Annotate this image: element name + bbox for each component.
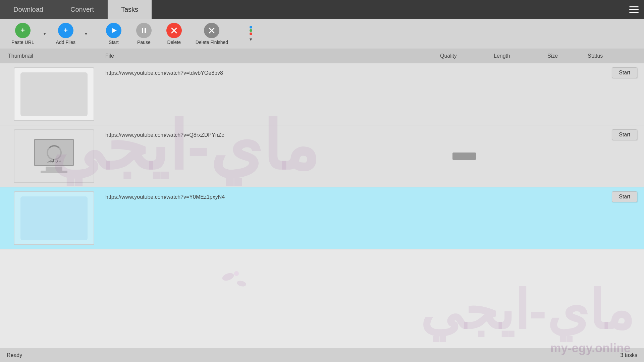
ready-status: Ready [7,352,22,358]
start-label: Start [109,40,119,45]
task-1-thumbnail [5,64,103,124]
separator-2 [239,24,239,44]
delete-label: Delete [167,40,181,45]
task-3-url: https://www.youtube.com/watch?v=Y0MEz1px… [103,187,437,203]
monitor-spinner [47,145,62,160]
monitor-brand: ماي-ايجي [47,159,61,163]
task-3-size [545,216,585,221]
pause-label: Pause [137,40,151,45]
monitor-screen: ماي-ايجي [34,139,74,166]
task-2-status[interactable]: Start [585,125,639,144]
start-button[interactable]: Start [100,21,127,47]
watermark-arabic-bottom: ماي-ايجي [420,279,634,342]
monitor-base [41,171,67,173]
dot-blue [250,26,252,28]
delete-finished-label: Delete Finished [196,40,228,45]
thumbnail-placeholder-3 [20,196,88,240]
task-3-thumbnail [5,188,103,248]
tab-convert-label: Convert [70,6,94,13]
thumbnail-box-1 [14,67,94,121]
task-1-size [545,92,585,97]
svg-rect-7 [142,28,143,33]
thumbnail-placeholder-1 [20,72,88,116]
task-3-length [491,216,545,221]
task-2-url: https://www.youtube.com/watch?v=Q8rxZDPY… [103,125,437,141]
thumbnail-box-2: ماي-ايجي [14,129,94,183]
tab-download-label: Download [13,6,43,13]
start-icon [106,23,121,38]
svg-point-15 [221,272,235,282]
monitor-icon: ماي-ايجي [34,139,74,173]
col-length: Length [491,52,545,60]
task-3-start-button[interactable]: Start [612,191,637,202]
svg-text:+: + [64,26,68,34]
paste-url-icon: + [15,23,31,38]
table-row[interactable]: https://www.youtube.com/watch?v=Y0MEz1px… [0,187,644,249]
paste-url-button[interactable]: + Paste URL [7,21,39,47]
tab-convert[interactable]: Convert [57,0,108,19]
col-thumbnail: Thumbnail [5,52,103,60]
add-files-button[interactable]: + Add Files [51,21,80,47]
status-bar: Ready 3 tasks [0,348,644,362]
task-2-length [491,154,545,159]
thumbnail-box-3 [14,191,94,245]
tab-tasks-label: Tasks [121,6,138,13]
delete-finished-icon [204,23,219,38]
task-1-length [491,92,545,97]
svg-point-17 [234,271,239,276]
task-3-status[interactable]: Start [585,187,639,206]
delete-icon [166,23,182,38]
task-1-url: https://www.youtube.com/watch?v=tdwbYGe8… [103,63,437,79]
col-status: Status [585,52,639,60]
svg-point-6 [139,26,149,35]
task-2-quality [437,150,491,163]
tab-bar: Download Convert Tasks [0,0,644,19]
task-2-size [545,154,585,159]
pause-icon [136,23,152,38]
task-count: 3 tasks [620,352,637,358]
options-menu-button[interactable]: ▼ [245,24,256,44]
paste-url-label: Paste URL [11,40,34,45]
col-quality: Quality [437,52,491,60]
col-size: Size [545,52,585,60]
add-files-icon: + [58,23,73,38]
dot-red [250,33,252,35]
task-3-quality [437,216,491,221]
hamburger-line-1 [629,6,639,7]
table-header: Thumbnail File Quality Length Size Statu… [0,49,644,63]
col-file: File [103,52,437,60]
quality-bar [452,153,476,160]
add-files-dropdown-arrow[interactable]: ▼ [84,32,88,36]
table-row[interactable]: https://www.youtube.com/watch?v=tdwbYGe8… [0,63,644,125]
watermark-shapes [218,267,258,295]
hamburger-line-3 [629,12,639,13]
menu-button[interactable] [624,0,644,19]
table-row[interactable]: ماي-ايجي https://www.youtube.com/watch?v… [0,125,644,187]
paste-url-dropdown-arrow[interactable]: ▼ [43,32,47,36]
separator-1 [94,24,94,44]
task-1-status[interactable]: Start [585,63,639,82]
dot-green [250,29,252,32]
task-1-quality [437,92,491,97]
dots-dropdown-arrow: ▼ [249,37,253,42]
task-1-start-button[interactable]: Start [612,67,637,78]
pause-button[interactable]: Pause [130,21,157,47]
add-files-label: Add Files [56,40,75,45]
toolbar: + Paste URL ▼ + Add Files ▼ Start [0,19,644,49]
svg-rect-8 [145,28,146,33]
hamburger-line-2 [629,9,639,10]
delete-finished-button[interactable]: Delete Finished [191,21,233,47]
task-2-thumbnail: ماي-ايجي [5,126,103,186]
task-2-start-button[interactable]: Start [612,129,637,140]
delete-button[interactable]: Delete [161,21,187,47]
svg-text:+: + [21,26,25,34]
svg-point-16 [236,280,247,288]
monitor-stand [46,167,62,171]
tab-download[interactable]: Download [0,0,57,19]
tab-tasks[interactable]: Tasks [108,0,152,19]
